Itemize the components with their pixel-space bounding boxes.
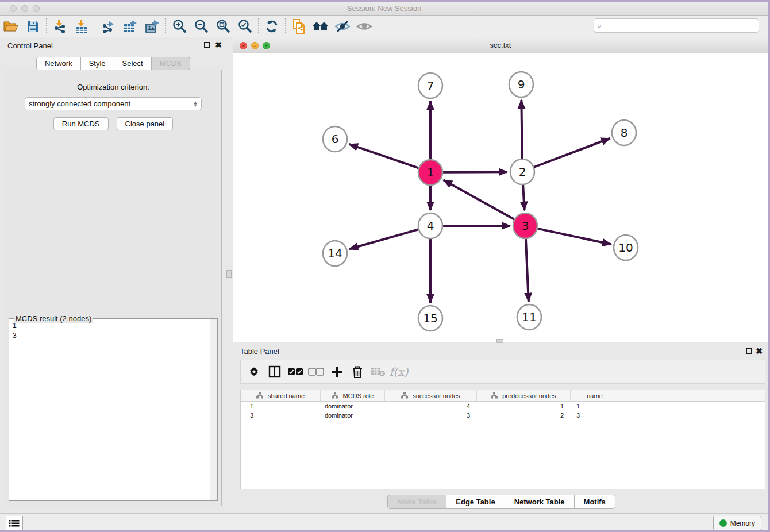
column-header-predecessor-nodes[interactable]: predecessor nodes bbox=[477, 390, 571, 401]
cell-successor-nodes[interactable]: 4 bbox=[385, 402, 477, 411]
task-history-button[interactable] bbox=[6, 516, 23, 530]
graph-node-15[interactable]: 15 bbox=[418, 306, 442, 331]
export-network-icon[interactable] bbox=[98, 18, 120, 35]
search-input[interactable] bbox=[604, 22, 759, 30]
zoom-fit-icon[interactable] bbox=[212, 18, 234, 35]
graph-node-9[interactable]: 9 bbox=[509, 72, 533, 97]
zoom-selected-icon[interactable] bbox=[234, 18, 256, 35]
window-title: Session: New Session bbox=[0, 4, 768, 13]
criterion-select[interactable]: strongly connected component ▲▼ bbox=[25, 97, 202, 110]
graph-node-label: 3 bbox=[522, 219, 529, 233]
control-panel: Control Panel ✖ Network Style Select MCD… bbox=[0, 37, 226, 513]
column-layout-icon[interactable] bbox=[266, 364, 283, 380]
table-panel-float-icon[interactable] bbox=[746, 348, 752, 354]
graph-node-11[interactable]: 11 bbox=[517, 304, 541, 330]
table-row[interactable]: 1 dominator 4 1 1 bbox=[241, 402, 765, 411]
delete-column-icon[interactable] bbox=[349, 364, 366, 380]
toolbar-separator bbox=[95, 18, 95, 34]
graph-node-label: 6 bbox=[332, 132, 339, 146]
mcds-result-item[interactable]: 3 bbox=[13, 331, 209, 341]
graph-node-label: 9 bbox=[518, 78, 525, 91]
graph-edge-3-10[interactable] bbox=[537, 229, 611, 244]
column-header-name[interactable]: name bbox=[571, 390, 619, 401]
graph-node-3[interactable]: 3 bbox=[513, 213, 537, 238]
export-table-icon[interactable] bbox=[120, 18, 141, 35]
table-header-row: shared name MCDS role successor nodes pr… bbox=[241, 390, 765, 402]
mcds-result-list[interactable]: 1 3 bbox=[10, 321, 209, 499]
cell-predecessor-nodes[interactable]: 1 bbox=[477, 402, 571, 411]
memory-label: Memory bbox=[730, 519, 755, 527]
zoom-in-icon[interactable] bbox=[168, 18, 190, 35]
network-resize-handle[interactable] bbox=[496, 339, 503, 343]
cell-mcds-role[interactable]: dominator bbox=[321, 411, 385, 420]
table-row[interactable]: 3 dominator 3 2 3 bbox=[241, 411, 765, 420]
tab-select[interactable]: Select bbox=[114, 57, 152, 70]
column-header-mcds-role[interactable]: MCDS role bbox=[321, 390, 385, 401]
tab-style[interactable]: Style bbox=[81, 57, 114, 70]
hide-selected-eye-icon[interactable] bbox=[332, 18, 353, 35]
graph-node-2[interactable]: 2 bbox=[510, 159, 534, 184]
export-image-icon[interactable] bbox=[141, 18, 163, 35]
tab-motifs[interactable]: Motifs bbox=[575, 495, 615, 509]
delete-table-icon[interactable] bbox=[369, 364, 387, 380]
graph-edge-1-2[interactable] bbox=[443, 172, 507, 172]
close-panel-button[interactable]: Close panel bbox=[117, 117, 174, 130]
tab-network-table[interactable]: Network Table bbox=[505, 495, 575, 509]
refresh-icon[interactable] bbox=[261, 18, 283, 35]
column-header-shared-name[interactable]: shared name bbox=[241, 390, 321, 401]
graph-node-7[interactable]: 7 bbox=[418, 73, 442, 98]
network-canvas[interactable]: 7968124314101511 bbox=[233, 53, 768, 342]
tab-network[interactable]: Network bbox=[36, 57, 81, 70]
control-panel-float-icon[interactable] bbox=[204, 42, 210, 48]
add-column-icon[interactable] bbox=[328, 364, 345, 380]
graph-edge-2-3[interactable] bbox=[523, 185, 524, 210]
graph-node-4[interactable]: 4 bbox=[418, 213, 442, 238]
tab-node-table[interactable]: Node Table bbox=[387, 495, 446, 509]
zoom-out-icon[interactable] bbox=[190, 18, 212, 35]
import-table-icon[interactable] bbox=[71, 18, 93, 35]
graph-edge-3-11[interactable] bbox=[526, 239, 529, 302]
run-mcds-button[interactable]: Run MCDS bbox=[53, 117, 109, 130]
fx-label: f(x) bbox=[390, 365, 409, 378]
duplicate-network-icon[interactable] bbox=[288, 18, 310, 35]
graph-node-8[interactable]: 8 bbox=[612, 120, 636, 145]
home-views-icon[interactable] bbox=[310, 18, 332, 35]
graph-node-1[interactable]: 1 bbox=[418, 160, 442, 185]
tab-edge-table[interactable]: Edge Table bbox=[446, 495, 505, 509]
graph-edge-2-8[interactable] bbox=[534, 138, 610, 167]
mcds-result-scrollbar[interactable] bbox=[210, 319, 217, 500]
graph-node-14[interactable]: 14 bbox=[323, 241, 347, 266]
tab-mcds[interactable]: MCDS bbox=[152, 57, 190, 70]
cell-name[interactable]: 3 bbox=[571, 411, 619, 420]
save-session-icon[interactable] bbox=[22, 18, 44, 35]
graph-node-label: 10 bbox=[618, 241, 633, 255]
graph-edge-3-1[interactable] bbox=[444, 180, 514, 219]
mcds-result-item[interactable]: 1 bbox=[13, 321, 209, 331]
show-hidden-eye-icon[interactable] bbox=[353, 18, 375, 35]
cell-mcds-role[interactable]: dominator bbox=[321, 402, 385, 411]
cell-shared-name[interactable]: 3 bbox=[241, 411, 321, 420]
graph-edge-1-6[interactable] bbox=[349, 144, 419, 168]
apply-function-icon[interactable]: f(x) bbox=[390, 364, 407, 380]
graph-edge-2-9[interactable] bbox=[521, 100, 522, 159]
cell-name[interactable]: 1 bbox=[571, 402, 619, 411]
import-network-icon[interactable] bbox=[49, 18, 71, 35]
deselect-all-checkboxes-icon[interactable] bbox=[307, 364, 325, 380]
cell-successor-nodes[interactable]: 3 bbox=[385, 411, 477, 420]
panel-divider-handle[interactable] bbox=[226, 270, 232, 278]
control-panel-close-icon[interactable]: ✖ bbox=[215, 40, 222, 49]
memory-button[interactable]: Memory bbox=[713, 516, 761, 530]
network-graph[interactable]: 7968124314101511 bbox=[233, 53, 768, 342]
table-settings-icon[interactable] bbox=[245, 364, 263, 380]
column-header-successor-nodes[interactable]: successor nodes bbox=[385, 390, 477, 401]
cell-shared-name[interactable]: 1 bbox=[241, 402, 321, 411]
chevron-up-down-icon: ▲▼ bbox=[193, 101, 198, 107]
select-all-checkboxes-icon[interactable] bbox=[287, 364, 304, 380]
open-session-icon[interactable] bbox=[0, 18, 22, 35]
graph-edge-4-14[interactable] bbox=[349, 229, 418, 249]
node-table[interactable]: shared name MCDS role successor nodes pr… bbox=[240, 390, 765, 489]
table-panel-close-icon[interactable]: ✖ bbox=[756, 346, 763, 356]
graph-node-10[interactable]: 10 bbox=[614, 235, 638, 260]
cell-predecessor-nodes[interactable]: 2 bbox=[477, 411, 571, 420]
graph-node-6[interactable]: 6 bbox=[323, 126, 347, 152]
